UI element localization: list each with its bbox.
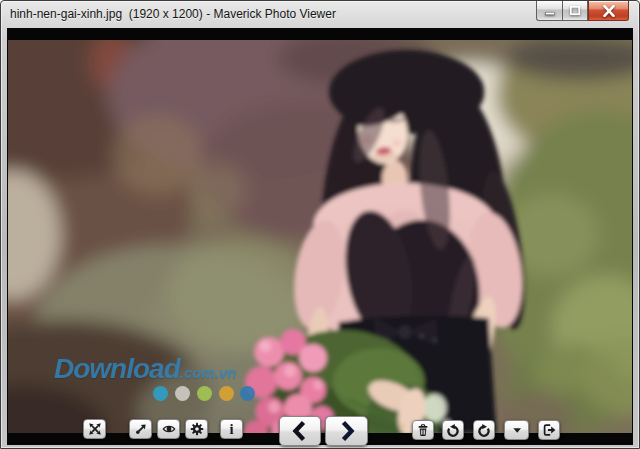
- fullscreen-icon: [88, 422, 102, 436]
- minimize-icon: [544, 6, 556, 16]
- watermark-dot: [240, 386, 255, 401]
- more-options-button[interactable]: [504, 420, 529, 440]
- photo-viewer-window: hinh-nen-gai-xinh.jpg (1920 x 1200) - Ma…: [0, 0, 640, 449]
- close-icon: [602, 5, 616, 17]
- rotate-right-icon: [477, 423, 491, 437]
- rotate-left-icon: [446, 423, 460, 437]
- delete-button[interactable]: [412, 420, 434, 440]
- fullscreen-button[interactable]: [83, 419, 106, 439]
- zoom-actual-size-button[interactable]: [129, 419, 152, 439]
- watermark-dot: [197, 386, 212, 401]
- watermark-dot: [175, 386, 190, 401]
- info-icon: i: [229, 422, 233, 437]
- photo: Download.com.vn: [8, 40, 632, 433]
- info-button[interactable]: i: [220, 419, 243, 439]
- maximize-button[interactable]: [562, 1, 588, 21]
- client-area: Download.com.vn: [7, 28, 633, 445]
- watermark-suffix: .com.vn: [180, 364, 237, 381]
- chevron-left-icon: [290, 420, 310, 442]
- settings-button[interactable]: [185, 419, 208, 439]
- view-button[interactable]: [157, 419, 180, 439]
- window-controls: [536, 1, 629, 21]
- next-button[interactable]: [325, 416, 368, 446]
- gear-icon: [190, 422, 204, 436]
- watermark-brand: Download: [54, 353, 180, 385]
- exit-button[interactable]: [538, 420, 560, 440]
- zoom-arrow-icon: [134, 422, 148, 436]
- watermark: Download.com.vn: [54, 353, 236, 385]
- trash-icon: [416, 423, 430, 437]
- window-title: hinh-nen-gai-xinh.jpg (1920 x 1200) - Ma…: [10, 7, 336, 21]
- minimize-button[interactable]: [536, 1, 562, 21]
- watermark-dot: [153, 386, 168, 401]
- chevron-right-icon: [337, 420, 357, 442]
- watermark-dot: [219, 386, 234, 401]
- eye-icon: [162, 422, 176, 436]
- rotate-right-button[interactable]: [473, 420, 495, 440]
- chevron-down-icon: [510, 423, 524, 437]
- previous-button[interactable]: [279, 416, 321, 446]
- exit-icon: [542, 423, 556, 437]
- close-button[interactable]: [588, 1, 629, 21]
- maximize-icon: [569, 5, 581, 16]
- rotate-left-button[interactable]: [442, 420, 464, 440]
